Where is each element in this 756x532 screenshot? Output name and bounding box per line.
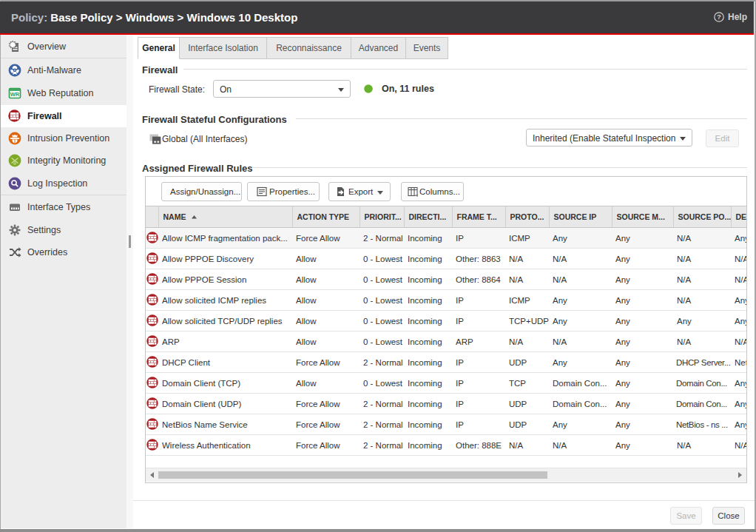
svg-text:WR: WR <box>10 91 20 98</box>
svg-text:?: ? <box>717 13 721 21</box>
